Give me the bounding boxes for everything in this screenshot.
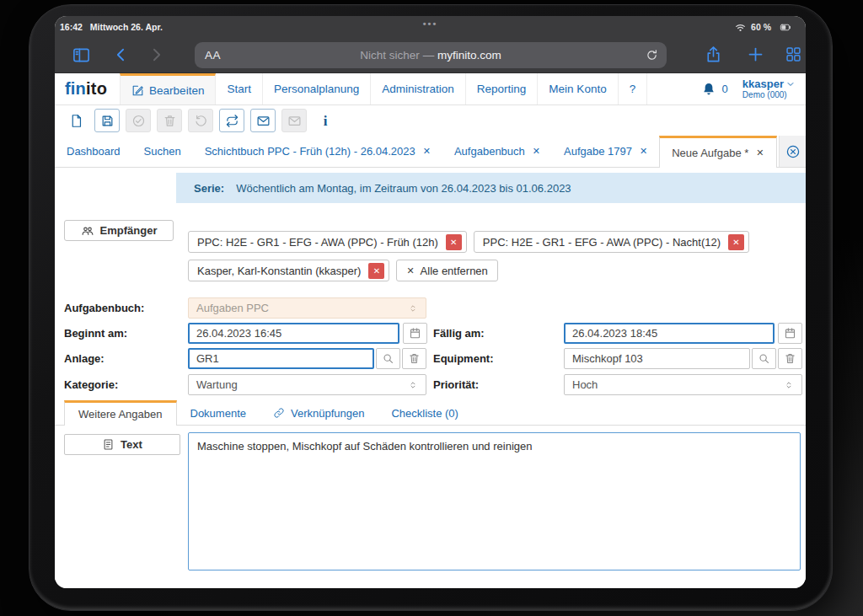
nav-item-mein-konto[interactable]: Mein Konto — [538, 73, 618, 104]
nav-item-reporting[interactable]: Reporting — [466, 73, 539, 104]
finito-app: finito BearbeitenStartPersonalplanungAdm… — [55, 73, 806, 588]
nav-item-start[interactable]: Start — [216, 73, 263, 104]
beginnt-am-input[interactable]: 26.04.2023 16:45 — [188, 323, 399, 344]
tab-dashboard[interactable]: Dashboard — [55, 136, 132, 167]
back-icon[interactable] — [113, 46, 130, 63]
recipients-button-label: Empfänger — [100, 224, 158, 237]
nav-item-personalplanung[interactable]: Personalplanung — [263, 73, 371, 104]
tab-aufgabe-1797[interactable]: Aufgabe 1797✕ — [552, 136, 659, 167]
forward-icon[interactable] — [147, 46, 164, 63]
finito-logo[interactable]: finito — [65, 79, 107, 99]
prioritaet-select[interactable]: Hoch — [564, 374, 802, 395]
status-time: 16:42 — [60, 22, 83, 32]
beginnt-am-calendar-button[interactable] — [403, 323, 427, 344]
more-dots-icon — [423, 19, 438, 29]
task-description-textarea[interactable]: Maschine stoppen, Mischkopf auf Schäden … — [188, 432, 801, 570]
info-icon: i — [324, 114, 328, 128]
recurrence-button[interactable] — [219, 109, 244, 132]
recipient-chips: PPC: H2E - GR1 - EFG - AWA (PPC) - Früh … — [188, 231, 749, 288]
chevron-down-icon — [786, 80, 795, 88]
info-button[interactable]: i — [313, 109, 338, 132]
close-icon: ✕ — [406, 265, 414, 276]
detail-tab-dokumente[interactable]: Dokumente — [177, 400, 260, 426]
anlage-clear-button[interactable] — [402, 348, 426, 369]
sidebar-toggle-icon[interactable] — [72, 46, 91, 65]
tab-label: Aufgabe 1797 — [564, 145, 632, 158]
address-bar[interactable]: AA Nicht sicher — myfinito.com — [195, 42, 667, 68]
nav-item-label: Administration — [382, 83, 454, 95]
new-tab-icon[interactable] — [747, 46, 764, 63]
detail-tab-checkliste-0[interactable]: Checkliste (0) — [378, 400, 471, 426]
tab-schichtbuch-ppc-fr-h-12h-26-04-2023[interactable]: Schichtbuch PPC - Früh (12h) - 26.04.202… — [193, 136, 442, 167]
undo-icon — [194, 114, 208, 128]
close-all-tabs-button[interactable] — [779, 136, 806, 167]
text-size-button[interactable]: AA — [205, 49, 221, 62]
anlage-input[interactable]: GR1 — [188, 348, 374, 369]
remove-recipient-icon[interactable]: ✕ — [446, 234, 462, 250]
detail-tab-label: Checkliste (0) — [391, 407, 458, 420]
search-icon — [382, 352, 394, 365]
updown-icon — [408, 380, 418, 390]
mail-icon — [256, 114, 271, 128]
faellig-am-input[interactable]: 26.04.2023 18:45 — [564, 323, 775, 344]
kategorie-select[interactable]: Wartung — [188, 374, 426, 395]
logo-part1: fin — [65, 79, 86, 98]
nav-item-label: Reporting — [477, 83, 527, 95]
send-mail-button[interactable] — [250, 109, 276, 132]
equipment-clear-button[interactable] — [778, 348, 802, 369]
notifications-bell-icon[interactable] — [701, 82, 716, 97]
recipient-chip: PPC: H2E - GR1 - EFG - AWA (PPC) - Nacht… — [474, 231, 749, 253]
prioritaet-label: Priorität: — [433, 374, 479, 395]
detail-tab-verkn-pfungen[interactable]: Verknüpfungen — [260, 400, 378, 426]
mail-icon — [287, 114, 302, 128]
anlage-search-button[interactable] — [376, 348, 400, 369]
tablet-frame: 16:42 Mittwoch 26. Apr. 60 % AA — [29, 4, 833, 611]
complete-button — [126, 109, 151, 132]
recipients-button[interactable]: Empfänger — [64, 220, 174, 241]
chip-label: PPC: H2E - GR1 - EFG - AWA (PPC) - Früh … — [197, 236, 438, 249]
nav-item-bearbeiten[interactable]: Bearbeiten — [120, 73, 216, 104]
equipment-label: Equipment: — [433, 348, 494, 369]
faellig-am-calendar-button[interactable] — [778, 323, 802, 344]
nav-item-administration[interactable]: Administration — [371, 73, 466, 104]
equipment-input[interactable]: Mischkopf 103 — [564, 348, 750, 369]
tab-label: Neue Aufgabe * — [672, 147, 748, 159]
aufgabenbuch-select[interactable]: Aufgaben PPC — [188, 297, 426, 319]
user-menu[interactable]: kkasper Demo (000) — [742, 78, 795, 101]
remove-recipient-icon[interactable]: ✕ — [368, 263, 384, 279]
close-icon[interactable]: ✕ — [756, 147, 764, 158]
tab-label: Aufgabenbuch — [454, 145, 525, 158]
detail-tab-weitere-angaben[interactable]: Weitere Angaben — [64, 400, 177, 426]
kategorie-value: Wartung — [196, 378, 238, 391]
close-icon[interactable]: ✕ — [423, 146, 431, 157]
url-text: Nicht sicher — myfinito.com — [195, 49, 667, 62]
remove-all-button[interactable]: ✕Alle entfernen — [396, 260, 497, 281]
tab-neue-aufgabe[interactable]: Neue Aufgabe *✕ — [659, 136, 776, 168]
wifi-icon — [734, 21, 747, 34]
text-button[interactable]: Text — [64, 434, 180, 455]
status-left: 16:42 Mittwoch 26. Apr. — [60, 22, 163, 32]
close-icon[interactable]: ✕ — [533, 146, 540, 157]
safari-toolbar: AA Nicht sicher — myfinito.com — [55, 38, 806, 73]
new-document-button[interactable] — [63, 109, 88, 132]
remove-recipient-icon[interactable]: ✕ — [728, 234, 744, 250]
tab-suchen[interactable]: Suchen — [132, 136, 193, 167]
series-banner: Serie: Wöchentlich am Montag, im Zeitrau… — [176, 173, 806, 203]
save-button[interactable] — [94, 109, 120, 132]
nav-item-label: Bearbeiten — [149, 84, 204, 97]
equipment-value: Mischkopf 103 — [572, 352, 643, 365]
share-icon[interactable] — [704, 45, 723, 64]
notification-count: 0 — [722, 83, 728, 95]
calendar-icon — [409, 327, 421, 340]
equipment-search-button[interactable] — [752, 348, 776, 369]
close-icon[interactable]: ✕ — [640, 146, 647, 157]
trash-icon — [784, 352, 796, 365]
tab-aufgabenbuch[interactable]: Aufgabenbuch✕ — [442, 136, 552, 167]
nav-item-item[interactable]: ? — [619, 73, 648, 104]
tab-overview-icon[interactable] — [785, 46, 802, 63]
detail-tab-label: Dokumente — [190, 407, 246, 420]
reload-icon[interactable] — [646, 49, 658, 62]
tab-label: Suchen — [144, 145, 181, 158]
status-right: 60 % — [734, 21, 796, 34]
security-label: Nicht sicher — [360, 49, 420, 62]
